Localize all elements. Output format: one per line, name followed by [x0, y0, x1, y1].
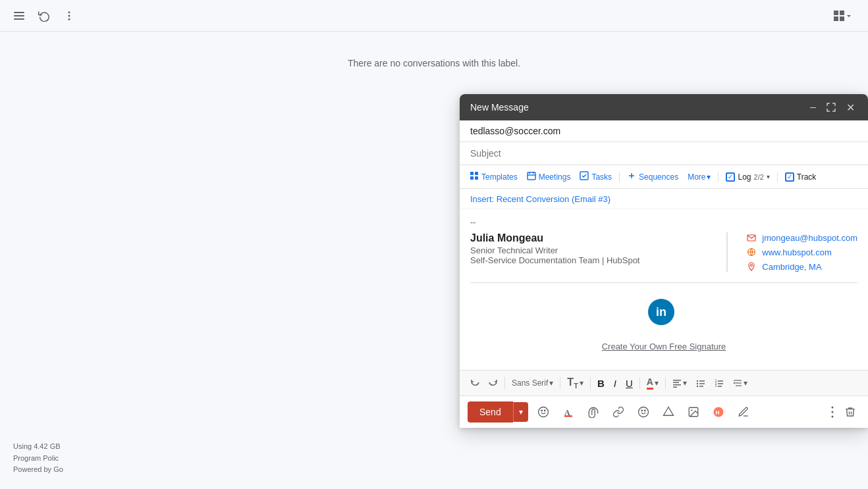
- bold-button[interactable]: B: [593, 375, 609, 392]
- indent-dropdown[interactable]: ▾: [729, 376, 751, 390]
- font-size-chevron: ▾: [580, 378, 583, 388]
- svg-point-51: [644, 410, 645, 411]
- track-button[interactable]: ✓ Track: [782, 170, 820, 184]
- text-color-chevron: ▾: [655, 378, 659, 388]
- view-toggle-button[interactable]: [828, 8, 857, 24]
- more-button[interactable]: More ▾: [684, 170, 714, 184]
- format-separator-4: [639, 377, 640, 389]
- powered-by: Powered by Go: [13, 464, 63, 476]
- svg-rect-0: [14, 12, 24, 13]
- sig-location-text: Cambridge, MA: [762, 262, 821, 272]
- templates-icon: [470, 171, 479, 182]
- meetings-button[interactable]: Meetings: [524, 169, 574, 184]
- templates-label: Templates: [481, 172, 518, 182]
- create-signature-link[interactable]: Create Your Own Free Signature: [602, 342, 726, 351]
- tasks-button[interactable]: Tasks: [576, 169, 615, 184]
- svg-rect-32: [699, 383, 705, 384]
- svg-point-44: [538, 407, 548, 417]
- delete-button[interactable]: [840, 402, 860, 422]
- redo-button[interactable]: [485, 376, 502, 390]
- numbered-list-button[interactable]: 1.2.3.: [711, 376, 728, 390]
- format-toolbar: Sans Serif ▾ TT ▾ B I U A ▾ ▾: [460, 370, 868, 396]
- text-color-dropdown[interactable]: A ▾: [643, 374, 663, 392]
- subject-input[interactable]: [470, 148, 857, 159]
- meetings-label: Meetings: [539, 172, 571, 182]
- attach-button[interactable]: [583, 402, 603, 422]
- compose-header: New Message – ✕: [460, 94, 868, 120]
- suggestion-link[interactable]: Insert: Recent Conversion (Email #3): [470, 194, 610, 204]
- close-button[interactable]: ✕: [844, 100, 857, 115]
- link-button[interactable]: [609, 402, 628, 422]
- compose-header-actions: – ✕: [807, 100, 857, 115]
- italic-button[interactable]: I: [610, 375, 620, 392]
- send-button[interactable]: Send: [468, 401, 513, 423]
- text-color-button2[interactable]: A: [558, 402, 578, 422]
- sequences-label: Sequences: [639, 172, 678, 182]
- emoji-button[interactable]: [533, 402, 553, 422]
- underline-button[interactable]: U: [622, 375, 637, 392]
- svg-rect-14: [528, 172, 535, 180]
- compose-body[interactable]: -- Julia Mongeau Senior Technical Writer…: [460, 209, 868, 370]
- align-dropdown[interactable]: ▾: [668, 376, 691, 390]
- svg-text:3.: 3.: [715, 384, 717, 388]
- svg-rect-11: [475, 172, 478, 175]
- svg-text:H: H: [715, 410, 719, 416]
- sig-bottom-divider: [470, 282, 857, 283]
- more-chevron-icon: ▾: [707, 172, 711, 182]
- signature-pen-button[interactable]: [734, 402, 753, 422]
- svg-rect-36: [718, 380, 723, 382]
- refresh-button[interactable]: [36, 7, 53, 24]
- toolbar-divider-2: [718, 172, 719, 182]
- drive-button[interactable]: [659, 402, 678, 422]
- svg-point-58: [832, 416, 834, 418]
- svg-rect-10: [470, 172, 474, 175]
- svg-point-24: [751, 265, 753, 267]
- send-options-button[interactable]: ▾: [513, 402, 528, 422]
- hubspot-button[interactable]: H: [709, 402, 728, 422]
- menu-button[interactable]: [11, 7, 28, 24]
- sig-website-link[interactable]: www.hubspot.com: [762, 247, 832, 257]
- top-bar: [0, 0, 868, 32]
- font-size-dropdown[interactable]: TT ▾: [563, 374, 587, 392]
- top-bar-right: [828, 8, 857, 24]
- to-field-container: [460, 120, 868, 142]
- sig-email-link[interactable]: jmongeau@hubspot.com: [762, 233, 857, 243]
- svg-rect-2: [14, 18, 24, 20]
- svg-point-31: [697, 383, 698, 384]
- svg-rect-12: [470, 176, 474, 180]
- font-family-dropdown[interactable]: Sans Serif ▾: [508, 376, 557, 390]
- more-send-options-button[interactable]: [827, 402, 838, 422]
- bullet-list-button[interactable]: [692, 376, 709, 390]
- log-button[interactable]: ✓ Log 2/2 ▾: [722, 170, 773, 184]
- minimize-button[interactable]: –: [807, 100, 819, 115]
- svg-point-53: [691, 409, 692, 411]
- format-separator-5: [665, 377, 666, 389]
- sequences-button[interactable]: Sequences: [624, 169, 682, 184]
- linkedin-button[interactable]: in: [648, 299, 674, 325]
- format-separator-1: [504, 377, 505, 389]
- svg-rect-38: [718, 383, 723, 384]
- more-label: More: [688, 172, 705, 182]
- tasks-label: Tasks: [591, 172, 612, 182]
- create-signature-section: Create Your Own Free Signature: [470, 336, 857, 357]
- svg-rect-8: [834, 16, 838, 21]
- fullscreen-button[interactable]: [824, 101, 838, 113]
- templates-button[interactable]: Templates: [466, 169, 521, 184]
- sig-location-item: Cambridge, MA: [746, 261, 857, 272]
- format-separator-3: [590, 377, 591, 389]
- sig-name: Julia Mongeau: [470, 232, 708, 244]
- compose-title: New Message: [470, 102, 529, 113]
- sig-title: Senior Technical Writer: [470, 245, 708, 255]
- website-icon: [746, 247, 757, 257]
- more-options-button[interactable]: [61, 7, 78, 24]
- photo-button[interactable]: [684, 402, 703, 422]
- font-family-chevron: ▾: [549, 378, 553, 388]
- sig-left: Julia Mongeau Senior Technical Writer Se…: [470, 232, 708, 272]
- text-color-icon: A: [647, 376, 653, 390]
- svg-rect-13: [475, 176, 478, 180]
- undo-button[interactable]: [466, 376, 483, 390]
- emoji2-button[interactable]: [634, 402, 653, 422]
- svg-point-33: [697, 386, 698, 387]
- to-input[interactable]: [470, 126, 857, 136]
- toolbar-divider-3: [777, 172, 778, 182]
